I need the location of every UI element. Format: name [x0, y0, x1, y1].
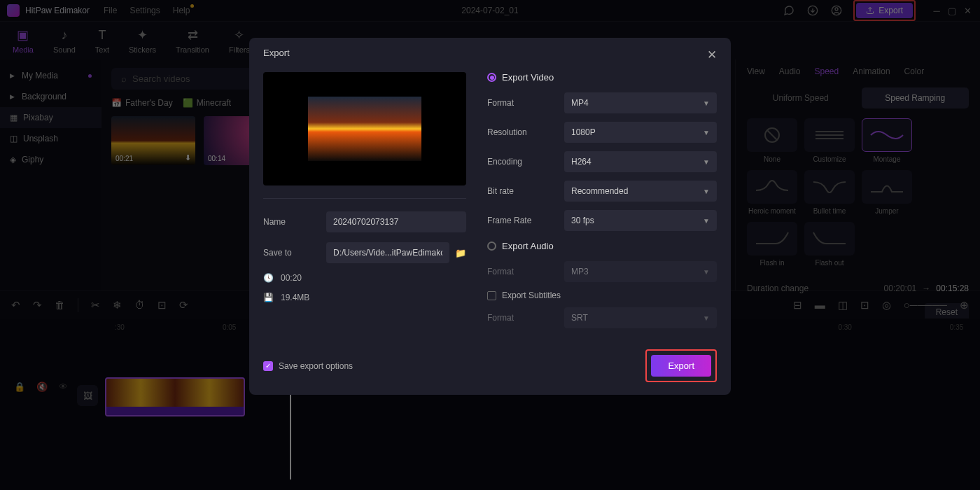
chevron-down-icon: ▼: [703, 99, 710, 107]
radio-checked-icon: [487, 73, 496, 82]
chevron-down-icon: ▼: [703, 268, 710, 276]
save-to-label: Save to: [263, 248, 326, 258]
export-preview: [263, 72, 466, 186]
export-submit-highlight: Export: [645, 349, 717, 382]
close-icon[interactable]: ✕: [707, 48, 717, 62]
chevron-down-icon: ▼: [703, 129, 710, 136]
name-label: Name: [263, 217, 326, 227]
dialog-title: Export: [263, 48, 290, 62]
name-input[interactable]: [326, 211, 466, 232]
chevron-down-icon: ▼: [703, 314, 710, 322]
chevron-down-icon: ▼: [703, 217, 710, 225]
encoding-dropdown[interactable]: H264▼: [564, 151, 717, 172]
resolution-dropdown[interactable]: 1080P▼: [564, 122, 717, 143]
folder-icon[interactable]: 📁: [455, 248, 466, 258]
radio-unchecked-icon: [487, 241, 496, 251]
framerate-dropdown[interactable]: 30 fps▼: [564, 210, 717, 231]
audio-format-dropdown: MP3▼: [564, 261, 717, 282]
export-subtitles-checkbox[interactable]: Export Subtitles: [487, 290, 717, 300]
subtitle-format-dropdown: SRT▼: [564, 307, 717, 328]
export-audio-radio[interactable]: Export Audio: [487, 241, 717, 251]
clock-icon: 🕓: [263, 273, 274, 283]
checkbox-checked-icon: ✓: [263, 361, 273, 371]
export-submit-button[interactable]: Export: [651, 355, 711, 377]
format-dropdown[interactable]: MP4▼: [564, 92, 717, 113]
export-dialog: Export ✕ Name Save to 📁 🕓00:20 💾19.4MB: [249, 38, 731, 395]
bitrate-dropdown[interactable]: Recommended▼: [564, 181, 717, 202]
checkbox-icon: [487, 291, 496, 300]
disk-icon: 💾: [263, 293, 274, 302]
modal-overlay: Export ✕ Name Save to 📁 🕓00:20 💾19.4MB: [0, 0, 980, 490]
save-options-checkbox[interactable]: ✓Save export options: [263, 361, 353, 371]
chevron-down-icon: ▼: [703, 158, 710, 166]
chevron-down-icon: ▼: [703, 188, 710, 195]
export-video-radio[interactable]: Export Video: [487, 72, 717, 83]
save-to-input[interactable]: [326, 242, 449, 263]
